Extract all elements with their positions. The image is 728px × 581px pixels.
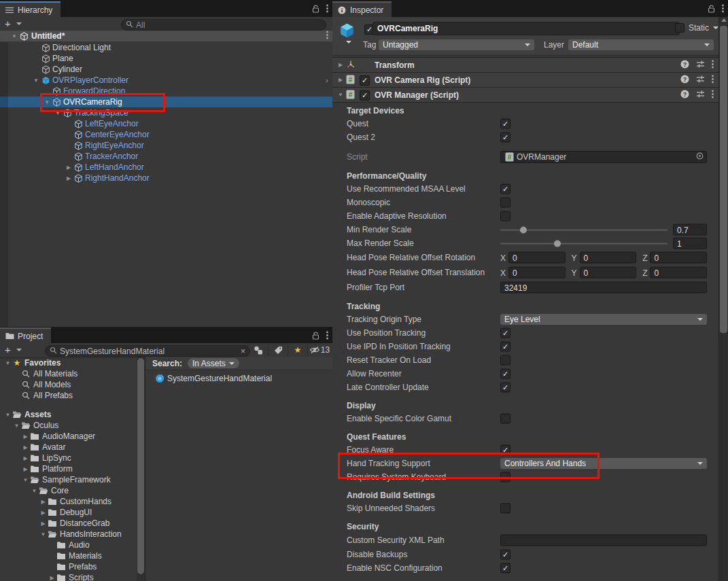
disable-backups-row[interactable]: Disable Backups✓ (332, 548, 719, 561)
hand-tracking-support-row[interactable]: Hand Tracking SupportControllers And Han… (332, 457, 719, 470)
tab-hierarchy[interactable]: Hierarchy (0, 1, 60, 17)
quest-row[interactable]: Quest✓ (332, 117, 719, 130)
project-tree-item-prefabs[interactable]: Prefabs (0, 561, 137, 572)
preset-icon[interactable] (696, 60, 705, 71)
create-button[interactable]: + (5, 344, 11, 355)
foldout-icon[interactable]: ▼ (3, 360, 12, 366)
component-enabled-checkbox[interactable]: ✓ (360, 75, 370, 86)
monoscopic-row[interactable]: Monoscopic (332, 196, 719, 209)
hierarchy-item-lefthandanchor[interactable]: ▶LeftHandAnchor (0, 162, 332, 173)
component-header-ovr-manager-script[interactable]: ▼#✓OVR Manager (Script)? (332, 88, 719, 103)
quest-2-checkbox[interactable]: ✓ (500, 133, 510, 143)
scrollbar-thumb[interactable] (137, 358, 144, 574)
hierarchy-item-ovrcamerarig[interactable]: ▼OVRCameraRig (0, 96, 332, 107)
hierarchy-search-input[interactable]: All (121, 19, 326, 31)
skip-unneeded-shaders-row[interactable]: Skip Unneeded Shaders (332, 501, 719, 515)
foldout-icon[interactable]: ▶ (21, 455, 30, 461)
project-tree-item-platform[interactable]: ▶Platform (0, 463, 137, 474)
foldout-icon[interactable]: ▼ (53, 110, 63, 116)
head-pose-relative-offset-rotation-z-field[interactable]: 0 (650, 252, 707, 264)
slider-thumb[interactable] (554, 240, 561, 247)
clear-search-icon[interactable]: × (241, 348, 245, 355)
project-tree-item-avatar[interactable]: ▶Avatar (0, 442, 137, 453)
static-dropdown-icon[interactable] (713, 27, 718, 29)
enable-nsc-configuration-checkbox[interactable]: ✓ (500, 563, 510, 574)
hierarchy-item-ovrplayercontroller[interactable]: ▼OVRPlayerController› (0, 75, 332, 86)
hierarchy-item-plane[interactable]: Plane (0, 53, 332, 64)
foldout-icon[interactable]: ▼ (31, 77, 41, 84)
monoscopic-checkbox[interactable] (500, 198, 510, 208)
head-pose-relative-offset-translation-y-field[interactable]: 0 (580, 267, 637, 279)
tracking-origin-type-row[interactable]: Tracking Origin TypeEye Level (332, 313, 719, 326)
project-search-input[interactable]: SystemGestureHandMaterial × (45, 345, 250, 357)
foldout-icon[interactable]: ▶ (21, 466, 30, 472)
slider-thumb[interactable] (520, 226, 527, 233)
project-tree-item-assets[interactable]: ▼Assets (0, 409, 137, 420)
project-tree-item-customhands[interactable]: ▶CustomHands (0, 496, 137, 507)
project-tree-item-audiomanager[interactable]: ▶AudioManager (0, 431, 137, 442)
project-tree-item-debugui[interactable]: ▶DebugUI (0, 507, 137, 518)
foldout-icon[interactable]: ▼ (42, 99, 52, 105)
kebab-menu-icon[interactable] (712, 60, 714, 71)
project-tree-item-all-materials[interactable]: All Materials (0, 368, 137, 379)
foldout-icon[interactable]: ▶ (39, 499, 48, 505)
hierarchy-item-lefteyeanchor[interactable]: LeftEyeAnchor (0, 118, 332, 129)
use-recommended-msaa-level-checkbox[interactable]: ✓ (500, 184, 510, 194)
scene-row[interactable]: ▼ Untitled* (0, 31, 332, 41)
foldout-icon[interactable]: ▶ (48, 575, 56, 581)
foldout-icon[interactable]: ▶ (39, 510, 48, 516)
kebab-menu-icon[interactable] (326, 4, 328, 13)
focus-aware-checkbox[interactable]: ✓ (500, 445, 510, 455)
script-object-field[interactable]: #OVRManager (500, 151, 707, 163)
disable-backups-checkbox[interactable]: ✓ (500, 550, 510, 560)
component-enabled-checkbox[interactable]: ✓ (360, 90, 370, 101)
search-result-systemgesturehandmaterial[interactable]: SystemGestureHandMaterial (145, 372, 332, 384)
head-pose-relative-offset-rotation-y-field[interactable]: 0 (580, 252, 637, 264)
static-checkbox[interactable] (675, 23, 684, 33)
enable-specific-color-gamut-row[interactable]: Enable Specific Color Gamut (332, 412, 719, 425)
enable-specific-color-gamut-checkbox[interactable] (500, 414, 510, 424)
late-controller-update-checkbox[interactable]: ✓ (500, 383, 510, 393)
head-pose-relative-offset-translation-row[interactable]: Head Pose Relative Offset TranslationX0Y… (332, 265, 719, 280)
enable-nsc-configuration-row[interactable]: Enable NSC Configuration✓ (332, 561, 719, 575)
skip-unneeded-shaders-checkbox[interactable] (500, 504, 510, 514)
chevron-right-icon[interactable]: › (326, 76, 328, 84)
hierarchy-item-trackeranchor[interactable]: TrackerAnchor (0, 151, 332, 162)
use-position-tracking-row[interactable]: Use Position Tracking✓ (332, 326, 719, 340)
project-tree-item-handsinteraction[interactable]: ▼HandsInteraction (0, 529, 137, 540)
scene-kebab-icon[interactable] (326, 31, 328, 41)
requires-system-keyboard-checkbox[interactable] (500, 472, 510, 482)
tab-project[interactable]: Project (0, 328, 51, 343)
profiler-tcp-port-field[interactable]: 32419 (500, 282, 707, 294)
foldout-icon[interactable]: ▼ (336, 92, 345, 98)
use-recommended-msaa-level-row[interactable]: Use Recommended MSAA Level✓ (332, 182, 719, 196)
head-pose-relative-offset-translation-z-field[interactable]: 0 (650, 267, 707, 279)
hierarchy-item-directional-light[interactable]: Directional Light (0, 42, 332, 53)
lock-icon[interactable] (708, 5, 715, 13)
project-tree-item-core[interactable]: ▼Core (0, 485, 137, 496)
help-icon[interactable]: ? (680, 90, 689, 101)
create-button[interactable]: + (5, 18, 11, 29)
help-icon[interactable]: ? (680, 60, 689, 71)
quest-2-row[interactable]: Quest 2✓ (332, 130, 719, 144)
tab-inspector[interactable]: i Inspector (332, 1, 392, 17)
component-header-ovr-camera-rig-script[interactable]: ▶#✓OVR Camera Rig (Script)? (332, 73, 719, 88)
enable-adaptive-resolution-row[interactable]: Enable Adaptive Resolution (332, 209, 719, 223)
tracking-origin-type-dropdown[interactable]: Eye Level (500, 314, 707, 325)
foldout-icon[interactable]: ▼ (12, 423, 21, 429)
enable-adaptive-resolution-checkbox[interactable] (500, 211, 510, 222)
head-pose-relative-offset-translation-x-field[interactable]: 0 (508, 267, 566, 279)
profiler-tcp-port-row[interactable]: Profiler Tcp Port32419 (332, 280, 719, 295)
project-tree-item-lipsync[interactable]: ▶LipSync (0, 453, 137, 463)
project-tree-item-sampleframework[interactable]: ▼SampleFramework (0, 474, 137, 485)
help-icon[interactable]: ? (680, 75, 689, 86)
preset-icon[interactable] (696, 75, 705, 86)
project-tree-scrollbar[interactable] (137, 357, 145, 581)
focus-aware-row[interactable]: Focus Aware✓ (332, 443, 719, 457)
foldout-icon[interactable]: ▼ (21, 477, 30, 483)
foldout-icon[interactable]: ▶ (64, 175, 73, 181)
use-ipd-in-position-tracking-checkbox[interactable]: ✓ (500, 342, 510, 352)
use-ipd-in-position-tracking-row[interactable]: Use IPD In Position Tracking✓ (332, 340, 719, 353)
hierarchy-item-righteyeanchor[interactable]: RightEyeAnchor (0, 140, 332, 151)
reset-tracker-on-load-checkbox[interactable] (500, 355, 510, 366)
